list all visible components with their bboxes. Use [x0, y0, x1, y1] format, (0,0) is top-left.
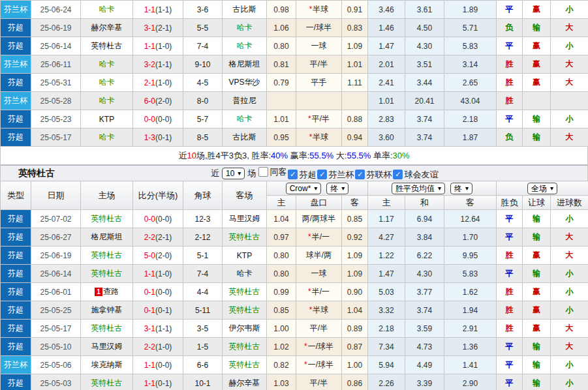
filter-label: 芬超: [299, 169, 316, 181]
handicap-text: 平/半: [310, 323, 328, 333]
league-type-badge: 芬超: [1, 74, 31, 92]
filter-label: 芬联杯: [366, 169, 392, 181]
handicap-text: 半/一: [312, 287, 330, 296]
team-name: 英特杜古: [229, 342, 260, 351]
result-text: 平: [506, 269, 514, 278]
team: 赫尔辛基: [223, 374, 267, 390]
handicap-home-odds: 0.97: [267, 228, 296, 247]
score: 1-1(1-0): [133, 265, 183, 283]
result-text: 小: [566, 114, 574, 123]
chevron-down-icon: ▾: [341, 184, 345, 193]
handicap-away-odds: 1.00: [342, 356, 368, 374]
full-time-score: 0-0: [144, 215, 155, 224]
result-text: 负: [506, 23, 514, 32]
handicap-line: 一球: [296, 265, 342, 283]
col-header-handicap-result: 让球: [523, 196, 551, 210]
result-group-header: 全场▾: [497, 181, 588, 196]
result-text: 赢: [533, 305, 540, 314]
match-row: 芬超25-07-02英特杜古0-0(0-0)12-3马里汉姆1.04两/两球半0…: [1, 210, 588, 228]
focus-team: 哈卡: [81, 55, 133, 74]
handicap-line: *半球: [296, 301, 342, 320]
checkbox-unchecked[interactable]: [258, 167, 268, 177]
col-header-lose: 客: [444, 196, 497, 210]
result-text: 赢: [533, 5, 540, 14]
league-type-badge: 芬超: [1, 228, 31, 247]
draw-odds: 20.41: [405, 92, 444, 110]
bookmaker-select[interactable]: Crow*▾: [286, 183, 322, 194]
team-name: 赫尔辛基: [91, 23, 123, 32]
team-name: 哈卡: [99, 59, 115, 68]
focus-team: 英特杜古: [81, 265, 133, 283]
handicap-text: 一球: [311, 41, 327, 50]
filter-option: ✓球会友谊: [393, 169, 438, 181]
corners: 7-4: [183, 37, 223, 55]
summary-segment: 55.5%: [347, 151, 371, 160]
handicap-away-odds: 1.09: [342, 247, 368, 265]
goals-result-cell: 大: [551, 19, 588, 37]
scope-select[interactable]: 全场▾: [527, 183, 557, 194]
result-text: 平: [506, 378, 514, 387]
handicap-home-odds: 1.01: [267, 110, 296, 128]
focus-team: 英特杜古: [223, 283, 267, 301]
match-row: 芬超25-06-011查路0-1(0-0)4-4英特杜古0.99*半/一0.90…: [1, 283, 588, 301]
match-date: 25-06-24: [31, 1, 81, 19]
result-text: 平: [506, 5, 514, 14]
handicap-home-odds: 1.03: [267, 374, 296, 390]
full-time-score: 2-2: [144, 342, 155, 352]
draw-odds: 3.74: [405, 128, 444, 147]
result-cell: 平: [497, 338, 523, 356]
handicap-result-cell: 赢: [523, 55, 551, 74]
team-name: 哈卡: [237, 41, 253, 50]
team: 英特杜古: [81, 37, 133, 55]
result-text: 输: [533, 232, 540, 241]
win-odds: 1.17: [368, 210, 405, 228]
checkbox-checked[interactable]: ✓: [288, 170, 298, 179]
checkbox-checked[interactable]: ✓: [317, 170, 327, 179]
checkbox-checked[interactable]: ✓: [355, 170, 365, 179]
team-name: 英特杜古: [91, 41, 123, 50]
match-date: 25-06-11: [31, 55, 81, 74]
handicap-result-cell: 输: [523, 19, 551, 37]
result-text: 输: [533, 132, 540, 142]
odds-average-select[interactable]: 胜平负均值▾: [392, 183, 445, 194]
lose-odds: 5.71: [444, 19, 497, 37]
handicap-star: *: [309, 305, 313, 314]
team1-recent-matches-table: 芬兰杯25-06-24哈卡1-1(1-1)3-6古比斯0.98*半球0.913.…: [0, 0, 588, 147]
draw-odds: 3.51: [405, 55, 444, 74]
lose-odds: 1.94: [444, 301, 497, 320]
team-name: KTP: [237, 251, 252, 260]
handicap-star: *: [308, 114, 311, 123]
half-time-score: (2-0): [155, 251, 172, 260]
filter-label: 球会友谊: [404, 169, 438, 181]
handicap-final-select[interactable]: 终▾: [326, 183, 348, 194]
handicap-text: 半球: [313, 305, 328, 314]
lose-odds: 1.41: [444, 356, 497, 374]
team: KTP: [223, 247, 267, 265]
result-text: 输: [533, 269, 540, 278]
half-time-score: (1-1): [155, 324, 172, 333]
handicap-text: 一/球半: [308, 360, 333, 369]
chevron-down-icon: ▾: [550, 184, 553, 193]
col-header-draw: 和: [405, 196, 444, 210]
win-odds: 1.01: [368, 92, 405, 110]
col-header-score: 比分(半场): [133, 181, 183, 210]
handicap-away-odds: 0.83: [342, 19, 368, 37]
handicap-line: 平手: [296, 74, 342, 92]
match-date: 25-06-14: [31, 37, 81, 55]
score: 3-2(1-1): [133, 55, 183, 74]
corners: 5-7: [183, 110, 223, 128]
corners: 5-5: [183, 19, 223, 37]
match-filters: 近 10▾ 场 同客✓芬超✓芬兰杯✓芬联杯✓球会友谊: [211, 166, 439, 181]
checkbox-checked[interactable]: ✓: [393, 170, 403, 179]
match-row: 芬超25-05-17哈卡1-3(0-1)8-5古比斯0.95*半球0.943.6…: [1, 128, 588, 147]
goals-result-cell: 小: [551, 283, 588, 301]
result-text: 输: [533, 114, 540, 123]
summary-segment: 大:: [333, 151, 347, 160]
games-count-select[interactable]: 10▾: [222, 168, 245, 179]
col-header-handicap-home: 主: [267, 196, 296, 210]
summary-segment: 10: [187, 151, 196, 160]
goals-result-cell: 小: [551, 265, 588, 283]
odds-final-select[interactable]: 终▾: [450, 183, 472, 194]
match-date: 25-05-23: [31, 110, 81, 128]
result-cell: 胜: [497, 301, 523, 320]
